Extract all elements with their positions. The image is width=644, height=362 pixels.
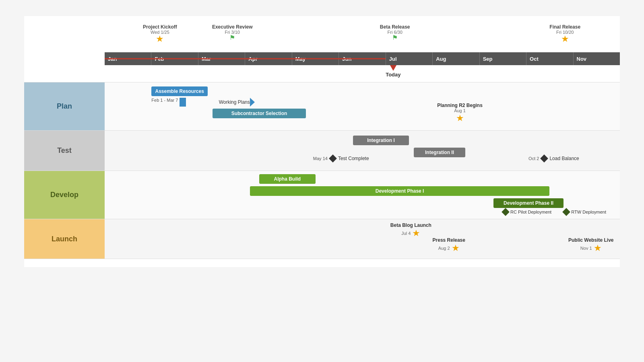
alpha-build-bar: Alpha Build: [259, 174, 316, 184]
month-aug: Aug: [433, 52, 479, 65]
test-content: Integration I Integration II May 14 Test…: [105, 131, 620, 171]
today-label: Today: [386, 72, 400, 78]
beta-flag-icon: ⚑: [392, 35, 398, 41]
website-live-marker: Public Website Live Nov 1 ★: [568, 237, 613, 253]
beta-blog-date: Jul 4: [401, 231, 411, 236]
test-complete-label: Test Complete: [338, 156, 369, 161]
milestone-kickoff: Project Kickoff Wed 1/25 ★: [143, 24, 177, 43]
rc-pilot-marker: RC Pilot Deployment: [503, 209, 551, 215]
develop-label: Develop: [24, 171, 105, 219]
milestone-kickoff-label: Project Kickoff: [143, 24, 177, 30]
load-balance-date: Oct 2: [528, 156, 539, 161]
rc-pilot-diamond: [502, 208, 510, 216]
gantt-chart: Project Kickoff Wed 1/25 ★ Executive Rev…: [24, 16, 620, 267]
plan-row: Plan Assemble Resources Feb 1 - Mar 7 Wo…: [24, 82, 620, 130]
assemble-resources-bar: Assemble Resources: [151, 86, 208, 96]
rtw-deploy-marker: RTW Deployment: [564, 209, 606, 215]
load-balance-label: Load Balance: [549, 156, 579, 161]
beta-blog-marker: Beta Blog Launch Jul 4 ★: [390, 222, 431, 239]
test-row: Test Integration I Integration II May 14…: [24, 130, 620, 171]
milestone-final-release: Final Release Fri 10/20 ★: [549, 24, 580, 43]
planning-r2-label: Planning R2 Begins: [437, 103, 483, 108]
exec-flag-icon: ⚑: [229, 35, 235, 41]
rtw-deploy-label: RTW Deployment: [571, 210, 606, 214]
press-release-date: Aug 2: [438, 246, 450, 251]
rc-pilot-label: RC Pilot Deployment: [510, 210, 551, 214]
today-indicator: Today: [386, 65, 400, 78]
gantt-rows: Plan Assemble Resources Feb 1 - Mar 7 Wo…: [24, 82, 620, 259]
plan-content: Assemble Resources Feb 1 - Mar 7 Working…: [105, 82, 620, 130]
subcontractor-bar: Subcontractor Selection: [213, 109, 306, 118]
launch-content: Beta Blog Launch Jul 4 ★ Press Release A…: [105, 219, 620, 259]
month-nov: Nov: [574, 52, 620, 65]
planning-r2-date: Aug 1: [437, 108, 483, 113]
press-release-star: ★: [452, 243, 460, 253]
load-balance-diamond: [540, 154, 548, 162]
integration1-bar: Integration I: [353, 136, 409, 145]
milestones-row: Project Kickoff Wed 1/25 ★ Executive Rev…: [105, 24, 612, 52]
develop-content: Alpha Build Development Phase I Developm…: [105, 171, 620, 219]
test-complete-date: May 14: [313, 156, 328, 161]
test-label: Test: [24, 131, 105, 171]
website-live-star: ★: [594, 243, 602, 253]
milestone-final-label: Final Release: [549, 24, 580, 30]
kickoff-star-icon: ★: [156, 35, 164, 43]
working-plans-date: Feb 1 - Mar 7: [151, 98, 178, 103]
today-triangle: [390, 65, 396, 71]
working-plans-label: Working Plans: [219, 99, 250, 105]
month-oct: Oct: [526, 52, 573, 65]
milestone-exec-label: Executive Review: [212, 24, 253, 30]
final-star-icon: ★: [561, 35, 569, 43]
test-complete-marker: May 14 Test Complete: [313, 156, 369, 161]
website-live-date: Nov 1: [580, 246, 592, 251]
rtw-deploy-diamond: [562, 208, 570, 216]
milestone-exec-review: Executive Review Fri 3/10 ⚑: [212, 24, 253, 41]
plan-label: Plan: [24, 82, 105, 130]
beta-blog-label: Beta Blog Launch: [390, 222, 431, 228]
test-complete-diamond: [329, 154, 337, 162]
working-plans-bar: [180, 98, 186, 107]
website-live-label: Public Website Live: [568, 237, 613, 243]
month-sep: Sep: [480, 52, 526, 65]
press-release-marker: Press Release Aug 2 ★: [433, 237, 465, 253]
integration2-bar: Integration II: [414, 148, 465, 157]
launch-label: Launch: [24, 219, 105, 259]
develop-row: Develop Alpha Build Development Phase I …: [24, 171, 620, 219]
dev-phase2-bar: Development Phase II: [493, 198, 564, 208]
launch-row: Launch Beta Blog Launch Jul 4 ★ Press Re…: [24, 219, 620, 259]
milestone-beta-release: Beta Release Fri 6/30 ⚑: [380, 24, 410, 41]
month-jul: Jul: [386, 52, 433, 65]
working-plans-arrow: [250, 98, 255, 107]
planning-r2-star: ★: [456, 113, 464, 123]
dev-phase1-bar: Development Phase I: [250, 186, 550, 196]
planning-r2-marker: Planning R2 Begins Aug 1 ★: [437, 103, 483, 123]
milestone-beta-label: Beta Release: [380, 24, 410, 30]
load-balance-marker: Oct 2 Load Balance: [528, 156, 579, 161]
beta-blog-star: ★: [412, 228, 420, 239]
press-release-label: Press Release: [433, 237, 465, 243]
